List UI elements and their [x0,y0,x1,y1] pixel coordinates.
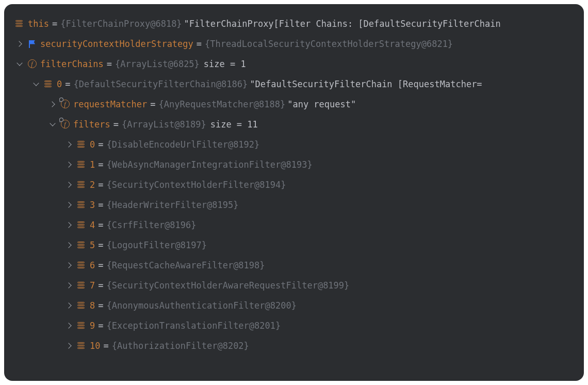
chevron-down-icon[interactable] [30,78,42,90]
variable-row-filter-item[interactable]: 2={SecurityContextHolderFilter@8194} [13,174,584,195]
chevron-right-icon[interactable] [63,299,75,312]
variable-name: 10 [90,341,100,351]
variable-row-chain-0[interactable]: 0 = {DefaultSecurityFilterChain@8186} "D… [13,74,584,94]
chevron-right-icon[interactable] [46,98,59,110]
equals-sign: = [98,139,103,150]
variable-name: 9 [90,320,95,331]
equals-sign: = [103,341,108,351]
object-icon [75,259,88,271]
variable-type: {ThreadLocalSecurityContextHolderStrateg… [205,39,453,49]
variable-name: 1 [90,159,95,170]
chevron-right-icon[interactable] [63,219,75,231]
variable-type: {AuthorizationFilter@8202} [112,341,249,351]
equals-sign: = [98,320,103,331]
variable-type: {LogoutFilter@8197} [107,240,207,250]
variable-name: 4 [90,220,95,230]
variable-type: {FilterChainProxy@6818} [60,19,182,29]
variable-size: size = 1 [204,59,246,69]
variable-name: 5 [90,240,95,250]
variable-name: 0 [90,139,95,150]
object-icon [75,158,88,171]
variable-type: {DefaultSecurityFilterChain@8186} [74,79,248,89]
chevron-right-icon[interactable] [63,239,75,251]
variable-name: requestMatcher [73,99,147,109]
variable-row-this[interactable]: this = {FilterChainProxy@6818} "FilterCh… [13,13,584,34]
object-icon [75,239,88,251]
variable-row-filter-item[interactable]: 5={LogoutFilter@8197} [13,235,584,255]
variable-row-filter-item[interactable]: 0={DisableEncodeUrlFilter@8192} [13,134,584,154]
chevron-right-icon[interactable] [63,279,75,292]
equals-sign: = [98,280,103,291]
equals-sign: = [98,240,103,250]
chevron-right-icon[interactable] [63,259,75,271]
variable-row-filter-item[interactable]: 9={ExceptionTranslationFilter@8201} [13,315,584,335]
variable-type: {SecurityContextHolderAwareRequestFilter… [107,280,350,291]
debugger-variables-panel: this = {FilterChainProxy@6818} "FilterCh… [4,4,584,381]
object-icon [75,138,88,151]
object-icon [13,18,26,30]
chevron-down-icon[interactable] [13,58,26,70]
chevron-right-icon[interactable] [63,158,75,171]
variable-row-filter-item[interactable]: 3={HeaderWriterFilter@8195} [13,195,584,215]
flag-icon [26,38,38,50]
variable-row-filter-item[interactable]: 4={CsrfFilter@8196} [13,215,584,235]
chevron-down-icon[interactable] [46,118,59,131]
equals-sign: = [113,119,119,130]
variable-type: {DisableEncodeUrlFilter@8192} [107,139,260,150]
variable-name: 8 [90,300,95,311]
chevron-right-icon[interactable] [13,38,26,50]
variable-row-filters[interactable]: f filters = {ArrayList@8189} size = 11 [13,114,584,134]
equals-sign: = [98,180,103,190]
equals-sign: = [52,19,57,29]
variable-name: filterChains [40,59,104,69]
variable-type: {AnonymousAuthenticationFilter@8200} [107,300,297,311]
variable-type: {ArrayList@6825} [115,59,200,69]
variable-type: {ArrayList@8189} [122,119,206,130]
variable-value: "FilterChainProxy[Filter Chains: [Defaul… [184,19,501,29]
variable-row-filter-item[interactable]: 10={AuthorizationFilter@8202} [13,335,584,356]
equals-sign: = [98,200,103,210]
field-icon: f [59,118,71,131]
variable-name: 2 [90,180,95,190]
variable-row-strategy[interactable]: securityContextHolderStrategy = {ThreadL… [13,34,584,54]
equals-sign: = [98,260,103,270]
equals-sign: = [107,59,112,69]
equals-sign: = [98,159,103,170]
chevron-right-icon[interactable] [63,138,75,151]
object-icon [75,179,88,191]
variable-name: 7 [90,280,95,291]
variable-type: {RequestCacheAwareFilter@8198} [107,260,265,270]
variable-name: this [28,19,49,29]
object-icon [42,78,55,90]
variable-type: {CsrfFilter@8196} [107,220,197,230]
variable-type: {HeaderWriterFilter@8195} [107,200,239,210]
object-icon [75,340,88,352]
object-icon [75,319,88,332]
chevron-right-icon[interactable] [63,179,75,191]
object-icon [75,299,88,312]
variable-name: securityContextHolderStrategy [40,39,193,49]
field-icon: f [59,98,71,110]
variable-row-filterchains[interactable]: f filterChains = {ArrayList@6825} size =… [13,54,584,74]
equals-sign: = [98,300,103,311]
variable-row-filter-item[interactable]: 6={RequestCacheAwareFilter@8198} [13,255,584,275]
variable-type: {AnyRequestMatcher@8188} [159,99,286,109]
variable-type: {SecurityContextHolderFilter@8194} [107,180,286,190]
variable-row-filter-item[interactable]: 7={SecurityContextHolderAwareRequestFilt… [13,275,584,295]
variable-type: {ExceptionTranslationFilter@8201} [107,320,281,331]
variable-row-requestmatcher[interactable]: f requestMatcher = {AnyRequestMatcher@81… [13,94,584,114]
variable-name: filters [73,119,110,130]
chevron-right-icon[interactable] [63,199,75,211]
equals-sign: = [150,99,155,109]
equals-sign: = [98,220,103,230]
variable-row-filter-item[interactable]: 1={WebAsyncManagerIntegrationFilter@8193… [13,154,584,174]
filters-list: 0={DisableEncodeUrlFilter@8192}1={WebAsy… [13,134,584,356]
variable-name: 0 [57,79,62,89]
object-icon [75,219,88,231]
chevron-right-icon[interactable] [63,319,75,332]
object-icon [75,279,88,292]
field-icon: f [26,58,38,70]
variable-row-filter-item[interactable]: 8={AnonymousAuthenticationFilter@8200} [13,295,584,315]
chevron-right-icon[interactable] [63,340,75,352]
variable-name: 6 [90,260,95,270]
